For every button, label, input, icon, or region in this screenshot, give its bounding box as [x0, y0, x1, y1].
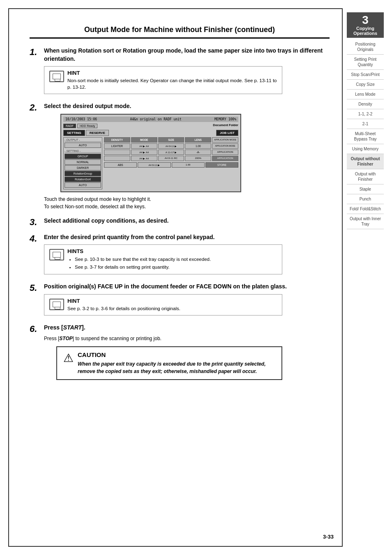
screen-app-mode: APPLICATION MODE [212, 137, 238, 143]
screen-size-val1: A4 8-11 ▶ [158, 143, 184, 149]
sidebar-item-2-1[interactable]: 2-1 [347, 119, 384, 129]
sidebar-item-1-1-2-2[interactable]: 1-1, 2-2 [347, 109, 384, 119]
step-3-text: Select additional copy conditions, as de… [44, 217, 330, 225]
page-number: 3-33 [323, 534, 334, 540]
step-4: 4. Enter the desired print quantity from… [30, 233, 330, 278]
sidebar-item-print-quantity[interactable]: Setting Print Quantity [347, 55, 384, 70]
screen-mode-val2: A4 ▶ A4 [131, 150, 157, 155]
screen-lens-val3: 200% [185, 156, 211, 161]
screen-count-val: 1.00 [172, 162, 205, 168]
step-5-content: Position original(s) FACE UP in the docu… [44, 283, 330, 319]
step-3-number: 3. [30, 217, 44, 228]
hints-4-item-2: See p. 3-7 for details on setting print … [75, 263, 211, 271]
caution-body: CAUTION When the paper exit tray capacit… [78, 351, 275, 375]
sidebar-item-using-memory[interactable]: Using Memory [347, 144, 384, 154]
screen-date: 10/10/2003 15:06 [65, 117, 97, 121]
hint-5-text: See p. 3-2 to p. 3-6 for details on posi… [67, 305, 180, 312]
screen-application-btn[interactable]: APPLICATION [212, 156, 238, 161]
sidebar-item-output-inner-tray[interactable]: Output with Inner Tray [347, 214, 384, 229]
screen-lens-val1: 1.00 [185, 143, 211, 149]
sidebar-item-bypass-tray[interactable]: Multi-Sheet Bypass Tray [347, 129, 384, 144]
screen-store[interactable]: STORE [205, 162, 238, 168]
sidebar-item-output-with-finisher[interactable]: Output with Finisher [347, 169, 384, 184]
hints-4-item-1: See p. 10-3 to be sure that the exit tra… [75, 256, 211, 263]
screen-setting-label: - SETTING - [65, 150, 101, 153]
screen-group-key[interactable]: GROUP [65, 154, 101, 159]
step-2-number: 2. [30, 102, 44, 113]
screen-auto-key[interactable]: AUTO [65, 143, 101, 148]
hint-icon-1 [49, 71, 64, 82]
step-6: 6. Press [START]. Press [STOP] to suspen… [30, 324, 330, 385]
step-1: 1. When using Rotation sort or Rotation … [30, 47, 330, 97]
screen-rotation-group-key[interactable]: RotationGroup [65, 171, 101, 176]
sidebar-item-fold[interactable]: Fold/ Fold&Stitch [347, 204, 384, 214]
hint-icon-5 [49, 299, 64, 310]
sidebar-item-positioning[interactable]: Positioning Originals [347, 39, 384, 55]
screen-tab-setting[interactable]: SETTING [63, 130, 85, 136]
step-5: 5. Position original(s) FACE UP in the d… [30, 283, 330, 319]
screen-radf-status: RADF [63, 124, 76, 128]
hint-1-text: Non-sort mode is initially selected. Key… [67, 77, 277, 90]
screen-grid: DENSITY MODE SIZE LENS APPLICATION MODE … [104, 137, 238, 161]
sidebar-item-stop-scan[interactable]: Stop Scan/Print [347, 70, 384, 80]
screen-auto-bottom-key[interactable]: AUTO [65, 182, 101, 188]
screen-hdd-status: HDD Ready [77, 124, 97, 128]
screen-lighter: LIGHTER [104, 143, 130, 149]
chapter-label: Copying Operations [353, 26, 377, 36]
screen-tab-reserve[interactable]: RESERVE [86, 130, 109, 136]
sidebar-item-density[interactable]: Density [347, 99, 384, 109]
screen-mode-val1: A4 ▶ A4 [131, 143, 157, 149]
step-4-text: Enter the desired print quantity from th… [44, 233, 330, 242]
hint-book-icon-5 [53, 302, 61, 307]
step-1-text: When using Rotation sort or Rotation gro… [44, 47, 330, 63]
step-5-number: 5. [30, 283, 44, 293]
step-6-sub-before: Press [ [44, 336, 59, 341]
sidebar-item-lens-mode[interactable]: Lens Mode [347, 90, 384, 99]
sidebar-item-copy-size[interactable]: Copy Size [347, 80, 384, 90]
step-6-text: Press [START]. [44, 324, 330, 332]
hint-box-1: HINT Non-sort mode is initially selected… [44, 66, 282, 94]
step-4-number: 4. [30, 233, 44, 244]
screen-output-label: - OUTPUT - [65, 138, 101, 142]
sidebar-item-output-without-finisher[interactable]: Output without Finisher [347, 154, 384, 169]
touch-line1: Touch the desired output mode key to hig… [44, 196, 151, 202]
screen-darker-key[interactable]: DARKER [65, 165, 101, 170]
screen-density-val3 [104, 156, 130, 161]
caution-text: When the paper exit tray capacity is exc… [78, 360, 275, 375]
screen-header: 10/10/2003 15:06 A4&n original on RADF u… [63, 117, 238, 122]
screen-memory: MEMORY 100% [214, 117, 236, 121]
screen-bottom-row: ABS A4 8-11 ▶ 1.00 STORE [104, 162, 238, 168]
hints-box-4: HINTS See p. 10-3 to be sure that the ex… [44, 244, 282, 274]
step-1-content: When using Rotation sort or Rotation gro… [44, 47, 330, 97]
screen-abs[interactable]: ABS [104, 162, 137, 168]
screen-size-val3: A4 8-11 RC [158, 156, 184, 161]
screen-bottom-val: A4 8-11 ▶ [138, 162, 171, 168]
screen-size-header: SIZE [158, 137, 184, 143]
touch-instructions: Touch the desired output mode key to hig… [44, 196, 330, 210]
copy-screen: 10/10/2003 15:06 A4&n original on RADF u… [60, 114, 241, 192]
step-6-start-key: START [63, 324, 82, 331]
right-sidebar: 3 Copying Operations Positioning Origina… [343, 8, 388, 547]
screen-optional-mode: APPLICATION MODE [212, 143, 238, 149]
screen-tab-joblist[interactable]: JOB LIST [216, 130, 238, 136]
hints-4-body: HINTS See p. 10-3 to be sure that the ex… [67, 248, 211, 271]
screen-rotation-sort-key[interactable]: RotationSort [65, 177, 101, 182]
step-6-text-before: Press [ [44, 324, 63, 331]
step-6-stop-key: STOP [59, 336, 72, 341]
hint-5-body: HINT See p. 3-2 to p. 3-6 for details on… [67, 298, 180, 312]
sidebar-item-punch[interactable]: Punch [347, 194, 384, 204]
hint-book-icon [53, 74, 61, 79]
main-content: Output Mode for Machine without Finisher… [8, 8, 343, 547]
screen-body: - OUTPUT - AUTO - SETTING - GROUP NORMAL… [63, 137, 238, 189]
caution-title: CAUTION [78, 351, 275, 358]
screen-status-center: A4&n original on RADF unit [130, 117, 181, 121]
screen-normal-key[interactable]: NORMAL [65, 159, 101, 165]
touch-line2: To select Non-sort mode, deselect all th… [44, 204, 146, 210]
screen-mode-header: MODE [131, 137, 157, 143]
hints-icon-4 [49, 249, 64, 260]
step-4-content: Enter the desired print quantity from th… [44, 233, 330, 278]
hints-book-icon-4 [53, 252, 61, 258]
chapter-badge: 3 Copying Operations [347, 12, 384, 38]
screen-tabs: SETTING RESERVE JOB LIST [63, 130, 238, 136]
sidebar-item-staple[interactable]: Staple [347, 184, 384, 194]
